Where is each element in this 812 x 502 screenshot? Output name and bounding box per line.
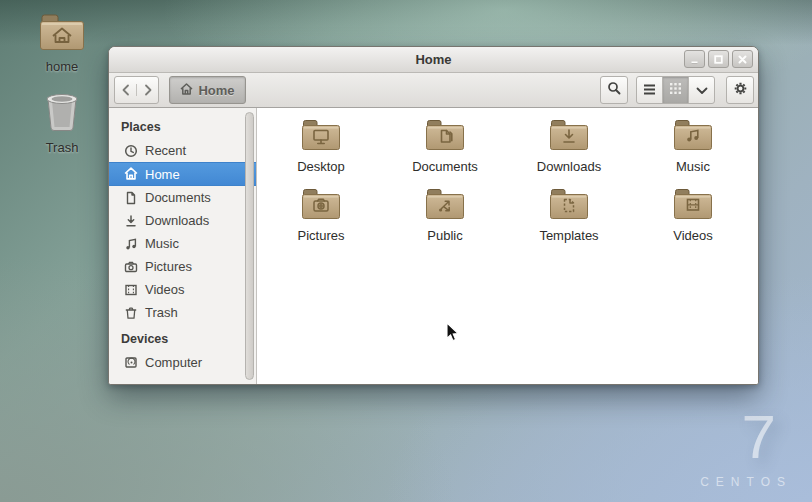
nav-buttons	[114, 76, 159, 104]
window-controls	[684, 50, 753, 68]
sidebar-item-label: Home	[145, 167, 180, 182]
watermark-brand: CENTOS	[700, 475, 792, 489]
sidebar-item-computer[interactable]: Computer	[109, 351, 256, 374]
sidebar-heading-devices: Devices	[109, 324, 256, 351]
folder-documents[interactable]: Documents	[390, 118, 500, 174]
grid-view-icon	[669, 81, 682, 99]
sidebar-item-label: Pictures	[145, 259, 192, 274]
folder-label: Documents	[412, 159, 478, 174]
camera-icon	[124, 260, 138, 274]
folder-icon	[301, 118, 341, 155]
music-note-icon	[124, 237, 138, 251]
places-sidebar: Places Recent Home Documents	[109, 108, 257, 384]
folder-icon	[549, 187, 589, 224]
list-view-icon	[643, 81, 656, 99]
maximize-button[interactable]	[708, 50, 729, 68]
folder-videos[interactable]: Videos	[638, 187, 748, 243]
desktop-icon-label: home	[19, 59, 105, 74]
menu-button[interactable]	[726, 76, 754, 104]
watermark-numeral: 7	[742, 406, 776, 468]
download-icon	[124, 214, 138, 228]
home-folder-icon	[38, 38, 86, 55]
sidebar-scrollbar[interactable]	[245, 112, 254, 380]
sidebar-item-label: Documents	[145, 190, 211, 205]
folder-downloads[interactable]: Downloads	[514, 118, 624, 174]
sidebar-item-label: Downloads	[145, 213, 209, 228]
folder-icon	[425, 118, 465, 155]
search-button[interactable]	[600, 76, 628, 104]
folder-label: Downloads	[537, 159, 601, 174]
sidebar-item-videos[interactable]: Videos	[109, 278, 256, 301]
search-icon	[607, 81, 621, 99]
list-view-button[interactable]	[637, 77, 662, 103]
view-options-button[interactable]	[688, 77, 714, 103]
sidebar-item-downloads[interactable]: Downloads	[109, 209, 256, 232]
sidebar-item-label: Music	[145, 236, 179, 251]
sidebar-item-label: Trash	[145, 305, 178, 320]
folder-label: Public	[427, 228, 462, 243]
folder-label: Videos	[673, 228, 713, 243]
sidebar-item-trash[interactable]: Trash	[109, 301, 256, 324]
clock-icon	[124, 144, 138, 158]
sidebar-item-pictures[interactable]: Pictures	[109, 255, 256, 278]
home-icon	[180, 81, 193, 99]
computer-icon	[124, 356, 138, 370]
sidebar-heading-places: Places	[109, 112, 256, 139]
minimize-button[interactable]	[684, 50, 705, 68]
trash-icon	[40, 119, 84, 136]
desktop-icon-home[interactable]: home	[19, 12, 105, 74]
home-icon	[124, 167, 138, 181]
folder-public[interactable]: Public	[390, 187, 500, 243]
centos-watermark: 7 CENTOS	[592, 392, 812, 502]
folder-music[interactable]: Music	[638, 118, 748, 174]
toolbar: Home	[109, 73, 758, 108]
sidebar-item-home[interactable]: Home	[109, 162, 256, 186]
document-icon	[124, 191, 138, 205]
files-window: Home Home	[108, 46, 759, 385]
trash-icon	[124, 306, 138, 320]
folder-pictures[interactable]: Pictures	[266, 187, 376, 243]
chevron-down-icon	[696, 81, 708, 99]
grid-view-button[interactable]	[662, 77, 688, 103]
folder-label: Pictures	[298, 228, 345, 243]
sidebar-item-label: Computer	[145, 355, 202, 370]
sidebar-item-label: Recent	[145, 143, 186, 158]
forward-button[interactable]	[136, 84, 158, 96]
folder-desktop[interactable]: Desktop	[266, 118, 376, 174]
folder-icon	[673, 187, 713, 224]
desktop-icon-label: Trash	[19, 140, 105, 155]
path-button-label: Home	[198, 83, 234, 98]
close-button[interactable]	[732, 50, 753, 68]
folder-icon	[673, 118, 713, 155]
sidebar-item-music[interactable]: Music	[109, 232, 256, 255]
sidebar-item-label: Videos	[145, 282, 185, 297]
folder-icon	[425, 187, 465, 224]
path-home-button[interactable]: Home	[169, 76, 246, 104]
back-button[interactable]	[115, 84, 136, 96]
folder-icon	[549, 118, 589, 155]
folder-label: Music	[676, 159, 710, 174]
desktop-icon-trash[interactable]: Trash	[19, 91, 105, 155]
window-title: Home	[109, 47, 758, 72]
film-icon	[124, 283, 138, 297]
sidebar-item-documents[interactable]: Documents	[109, 186, 256, 209]
folder-templates[interactable]: Templates	[514, 187, 624, 243]
sidebar-item-recent[interactable]: Recent	[109, 139, 256, 162]
folder-icon	[301, 187, 341, 224]
titlebar[interactable]: Home	[109, 47, 758, 73]
folder-label: Desktop	[297, 159, 345, 174]
folder-view[interactable]: Desktop Documents	[257, 108, 758, 384]
folder-label: Templates	[539, 228, 598, 243]
gear-icon	[733, 81, 748, 100]
view-switcher	[636, 76, 715, 104]
